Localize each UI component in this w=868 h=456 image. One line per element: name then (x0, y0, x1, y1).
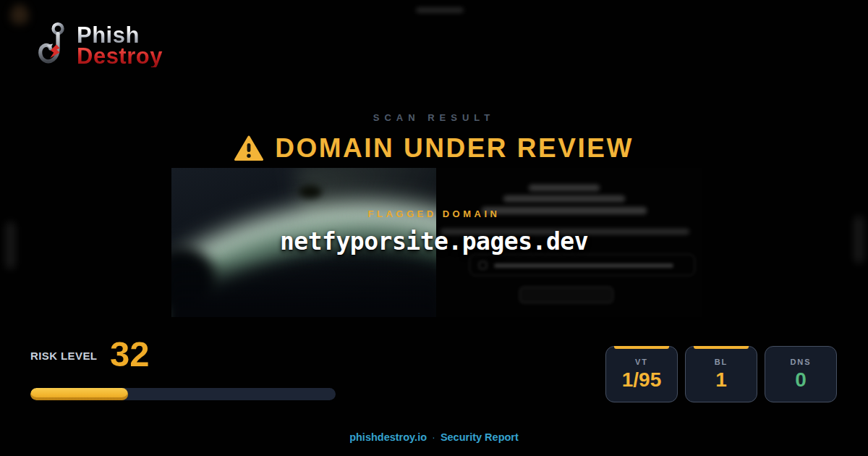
stat-value: 1 (686, 368, 757, 392)
blurred-button (519, 287, 613, 303)
photo-dark-spot (299, 185, 322, 198)
security-report-link[interactable]: Security Report (441, 431, 519, 443)
blurred-heading-line (503, 195, 625, 202)
risk-progress-fill (30, 388, 128, 400)
blurred-checkbox-text (494, 263, 673, 268)
logo-wordmark: Phish Destroy (77, 25, 163, 67)
scan-result-section: SCAN RESULT DOMAIN UNDER REVIEW (0, 112, 868, 164)
stats-row: VT 1/95 BL 1 DNS 0 (605, 346, 837, 402)
flagged-domain-label: FLAGGED DOMAIN (0, 208, 868, 219)
blurred-checkbox (479, 261, 487, 269)
scan-result-label: SCAN RESULT (0, 112, 868, 123)
risk-progress-bar (30, 388, 336, 400)
stat-value: 1/95 (606, 368, 677, 392)
risk-level-value: 32 (110, 334, 150, 374)
fish-hook-icon (35, 19, 72, 74)
blurred-heading-line (529, 185, 600, 191)
card-accent-stripe (694, 346, 749, 349)
logo-word-destroy: Destroy (77, 46, 163, 67)
page-title-text: DOMAIN UNDER REVIEW (275, 133, 634, 164)
blurred-nav-text (416, 7, 464, 13)
stat-label: VT (606, 358, 677, 366)
footer-separator: · (432, 431, 435, 443)
site-link[interactable]: phishdestroy.io (349, 431, 427, 443)
blurred-favicon-blob (10, 4, 29, 25)
stat-card-bl: BL 1 (685, 346, 757, 402)
stat-card-dns: DNS 0 (765, 346, 837, 402)
stat-card-vt: VT 1/95 (605, 346, 678, 402)
flagged-domain-value: netfyporsite.pages.dev (0, 227, 868, 256)
photo-bottom-fade (171, 259, 436, 317)
og-card: Phish Destroy SCAN RESULT DOMAIN UNDER R… (0, 0, 868, 456)
page-title: DOMAIN UNDER REVIEW (0, 133, 868, 164)
risk-level-label: RISK LEVEL (30, 350, 97, 362)
footer: phishdestroy.io·Security Report (0, 431, 868, 443)
card-accent-stripe (614, 346, 669, 349)
blurred-checkbox-box (469, 254, 695, 276)
warning-triangle-icon (234, 135, 263, 161)
phishdestroy-logo[interactable]: Phish Destroy (35, 19, 163, 74)
stat-label: DNS (765, 358, 836, 366)
stat-label: BL (686, 358, 757, 366)
stat-value: 0 (765, 368, 836, 392)
flagged-domain-section: FLAGGED DOMAIN netfyporsite.pages.dev (0, 208, 868, 256)
